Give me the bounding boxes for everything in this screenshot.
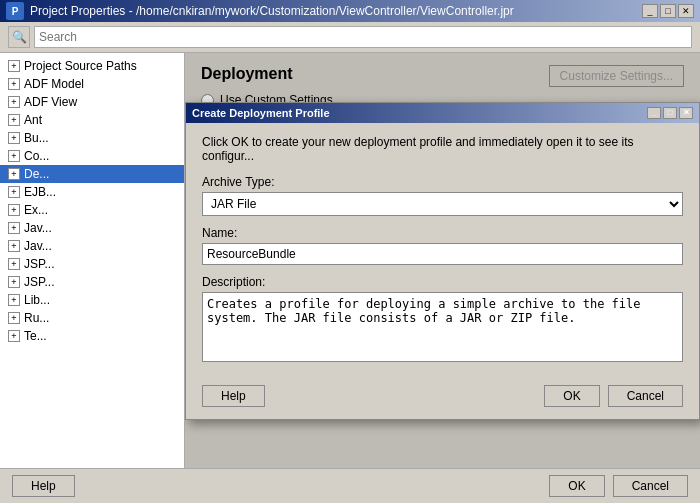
main-window: 🔍 + Project Source Paths + ADF Model + A… bbox=[0, 22, 700, 503]
help-button[interactable]: Help bbox=[12, 475, 75, 497]
sidebar-label: Ant bbox=[24, 113, 42, 127]
sidebar-item-technology[interactable]: + Te... bbox=[0, 327, 184, 345]
sidebar-label: EJB... bbox=[24, 185, 56, 199]
cancel-button[interactable]: Cancel bbox=[613, 475, 688, 497]
expand-icon: + bbox=[8, 96, 20, 108]
expand-icon: + bbox=[8, 276, 20, 288]
modal-footer: Help OK Cancel bbox=[186, 377, 699, 419]
expand-icon: + bbox=[8, 186, 20, 198]
sidebar-label: Ru... bbox=[24, 311, 49, 325]
modal-cancel-button[interactable]: Cancel bbox=[608, 385, 683, 407]
main-panel: Deployment Customize Settings... Use Cus… bbox=[185, 53, 700, 468]
sidebar-label: Ex... bbox=[24, 203, 48, 217]
sidebar-label: Te... bbox=[24, 329, 47, 343]
create-deployment-profile-dialog: Create Deployment Profile _ □ ✕ Click OK… bbox=[185, 102, 700, 420]
title-bar: P Project Properties - /home/cnkiran/myw… bbox=[0, 0, 700, 22]
sidebar-label: Jav... bbox=[24, 239, 52, 253]
expand-icon: + bbox=[8, 330, 20, 342]
expand-icon: + bbox=[8, 78, 20, 90]
sidebar-label: ADF Model bbox=[24, 77, 84, 91]
sidebar-item-ant[interactable]: + Ant bbox=[0, 111, 184, 129]
description-textarea[interactable]: Creates a profile for deploying a simple… bbox=[202, 292, 683, 362]
modal-overlay: Create Deployment Profile _ □ ✕ Click OK… bbox=[185, 53, 700, 468]
modal-help-button[interactable]: Help bbox=[202, 385, 265, 407]
sidebar-item-extension[interactable]: + Ex... bbox=[0, 201, 184, 219]
sidebar-item-jsp[interactable]: + JSP... bbox=[0, 255, 184, 273]
sidebar-item-deployment[interactable]: + De... bbox=[0, 165, 184, 183]
expand-icon: + bbox=[8, 132, 20, 144]
expand-icon: + bbox=[8, 150, 20, 162]
modal-controls[interactable]: _ □ ✕ bbox=[647, 107, 693, 119]
description-label: Description: bbox=[202, 275, 683, 289]
sidebar-item-run[interactable]: + Ru... bbox=[0, 309, 184, 327]
expand-icon: + bbox=[8, 168, 20, 180]
expand-icon: + bbox=[8, 114, 20, 126]
sidebar-item-jsp2[interactable]: + JSP... bbox=[0, 273, 184, 291]
search-input[interactable] bbox=[34, 26, 692, 48]
search-bar: 🔍 bbox=[0, 22, 700, 53]
modal-titlebar: Create Deployment Profile _ □ ✕ bbox=[186, 103, 699, 123]
sidebar-label: Jav... bbox=[24, 221, 52, 235]
modal-footer-right: OK Cancel bbox=[544, 385, 683, 407]
archive-type-label: Archive Type: bbox=[202, 175, 683, 189]
archive-type-select[interactable]: JAR File WAR File EAR File bbox=[202, 192, 683, 216]
modal-description: Click OK to create your new deployment p… bbox=[202, 135, 683, 163]
title-bar-text: Project Properties - /home/cnkiran/mywor… bbox=[30, 4, 514, 18]
sidebar-item-business[interactable]: + Bu... bbox=[0, 129, 184, 147]
expand-icon: + bbox=[8, 204, 20, 216]
sidebar: + Project Source Paths + ADF Model + ADF… bbox=[0, 53, 185, 468]
sidebar-item-java2[interactable]: + Jav... bbox=[0, 237, 184, 255]
sidebar-item-ejb[interactable]: + EJB... bbox=[0, 183, 184, 201]
title-bar-left: P Project Properties - /home/cnkiran/myw… bbox=[6, 2, 514, 20]
name-input[interactable] bbox=[202, 243, 683, 265]
sidebar-label: Co... bbox=[24, 149, 49, 163]
ok-button[interactable]: OK bbox=[549, 475, 604, 497]
expand-icon: + bbox=[8, 294, 20, 306]
name-label: Name: bbox=[202, 226, 683, 240]
sidebar-label: De... bbox=[24, 167, 49, 181]
sidebar-label: Project Source Paths bbox=[24, 59, 137, 73]
sidebar-label: JSP... bbox=[24, 257, 54, 271]
expand-icon: + bbox=[8, 258, 20, 270]
content-area: + Project Source Paths + ADF Model + ADF… bbox=[0, 53, 700, 468]
search-icon: 🔍 bbox=[8, 26, 30, 48]
modal-close-button[interactable]: ✕ bbox=[679, 107, 693, 119]
sidebar-item-libraries[interactable]: + Lib... bbox=[0, 291, 184, 309]
modal-ok-button[interactable]: OK bbox=[544, 385, 599, 407]
minimize-button[interactable]: _ bbox=[642, 4, 658, 18]
expand-icon: + bbox=[8, 60, 20, 72]
expand-icon: + bbox=[8, 312, 20, 324]
sidebar-label: Lib... bbox=[24, 293, 50, 307]
sidebar-item-compiler[interactable]: + Co... bbox=[0, 147, 184, 165]
title-bar-controls[interactable]: _ □ ✕ bbox=[642, 4, 694, 18]
app-icon: P bbox=[6, 2, 24, 20]
sidebar-item-project-source-paths[interactable]: + Project Source Paths bbox=[0, 57, 184, 75]
maximize-button[interactable]: □ bbox=[660, 4, 676, 18]
sidebar-label: Bu... bbox=[24, 131, 49, 145]
sidebar-item-adf-model[interactable]: + ADF Model bbox=[0, 75, 184, 93]
expand-icon: + bbox=[8, 240, 20, 252]
modal-title: Create Deployment Profile bbox=[192, 107, 330, 119]
expand-icon: + bbox=[8, 222, 20, 234]
bottom-bar: Help OK Cancel bbox=[0, 468, 700, 503]
sidebar-label: JSP... bbox=[24, 275, 54, 289]
sidebar-item-adf-view[interactable]: + ADF View bbox=[0, 93, 184, 111]
bottom-right-buttons: OK Cancel bbox=[549, 475, 688, 497]
modal-minimize-button[interactable]: _ bbox=[647, 107, 661, 119]
sidebar-label: ADF View bbox=[24, 95, 77, 109]
sidebar-item-java[interactable]: + Jav... bbox=[0, 219, 184, 237]
close-button[interactable]: ✕ bbox=[678, 4, 694, 18]
modal-body: Click OK to create your new deployment p… bbox=[186, 123, 699, 377]
modal-maximize-button[interactable]: □ bbox=[663, 107, 677, 119]
